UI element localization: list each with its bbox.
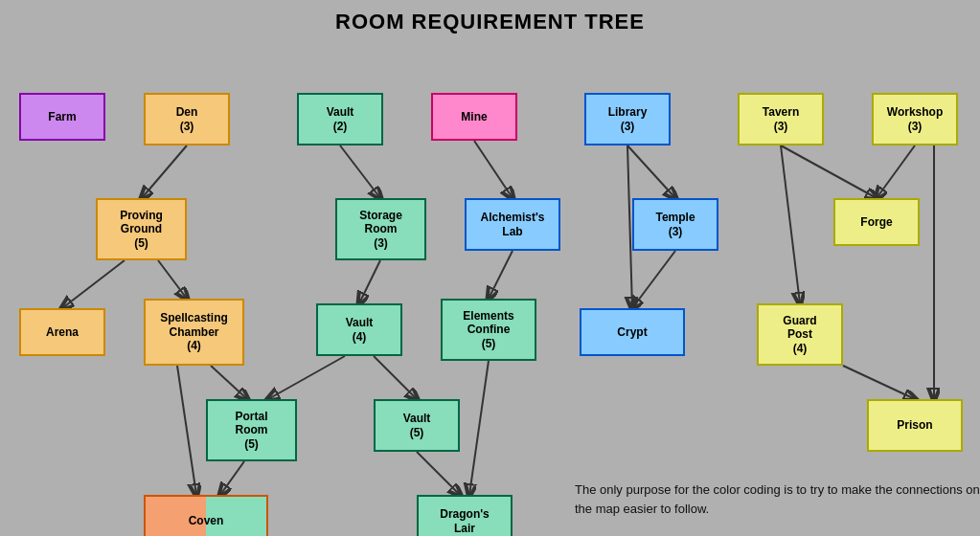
svg-line-14 bbox=[268, 356, 345, 399]
tree-container: FarmDen (3)Vault (2)MineLibrary (3)Taver… bbox=[0, 40, 980, 536]
node-storage: Storage Room (3) bbox=[335, 198, 426, 260]
node-guardpost: Guard Post (4) bbox=[757, 303, 843, 366]
node-proving: Proving Ground (5) bbox=[96, 198, 187, 260]
node-den: Den (3) bbox=[144, 93, 230, 145]
node-vault5: Vault (5) bbox=[374, 399, 460, 452]
node-workshop: Workshop (3) bbox=[872, 93, 958, 145]
node-crypt: Crypt bbox=[580, 308, 685, 356]
page-title: ROOM REQUIREMENT TREE bbox=[0, 0, 980, 40]
node-alchemist: Alchemist's Lab bbox=[465, 198, 560, 251]
note-text: The only purpose for the color coding is… bbox=[575, 480, 980, 518]
svg-line-4 bbox=[781, 145, 877, 198]
svg-line-3 bbox=[627, 145, 675, 198]
svg-line-12 bbox=[781, 145, 800, 303]
node-mine: Mine bbox=[431, 93, 517, 141]
node-library: Library (3) bbox=[584, 93, 671, 145]
svg-line-15 bbox=[374, 356, 417, 399]
node-prison: Prison bbox=[867, 399, 963, 452]
node-temple: Temple (3) bbox=[632, 198, 718, 251]
svg-line-5 bbox=[877, 145, 915, 198]
svg-line-6 bbox=[62, 260, 125, 308]
node-spellcasting: Spellcasting Chamber (4) bbox=[144, 299, 244, 366]
node-vault4: Vault (4) bbox=[316, 303, 402, 356]
svg-line-11 bbox=[632, 251, 675, 308]
svg-line-2 bbox=[474, 141, 513, 198]
svg-line-18 bbox=[220, 461, 244, 495]
svg-line-21 bbox=[177, 366, 196, 495]
svg-line-0 bbox=[142, 145, 187, 198]
svg-line-19 bbox=[417, 452, 460, 495]
node-coven: Coven bbox=[144, 495, 268, 536]
node-tavern: Tavern (3) bbox=[738, 93, 824, 145]
node-arena: Arena bbox=[19, 308, 105, 356]
svg-line-16 bbox=[843, 366, 915, 399]
node-forge: Forge bbox=[833, 198, 920, 246]
svg-line-8 bbox=[359, 260, 380, 303]
svg-line-20 bbox=[469, 361, 489, 495]
node-elements: Elements Confine (5) bbox=[441, 299, 536, 361]
node-vault2: Vault (2) bbox=[297, 93, 383, 145]
node-dragonslair: Dragon's Lair bbox=[417, 495, 513, 536]
node-farm: Farm bbox=[19, 93, 105, 141]
node-portalroom: Portal Room (5) bbox=[206, 399, 297, 461]
svg-line-7 bbox=[158, 260, 187, 299]
svg-line-13 bbox=[211, 366, 247, 399]
svg-line-1 bbox=[340, 145, 380, 198]
svg-line-9 bbox=[489, 251, 513, 299]
